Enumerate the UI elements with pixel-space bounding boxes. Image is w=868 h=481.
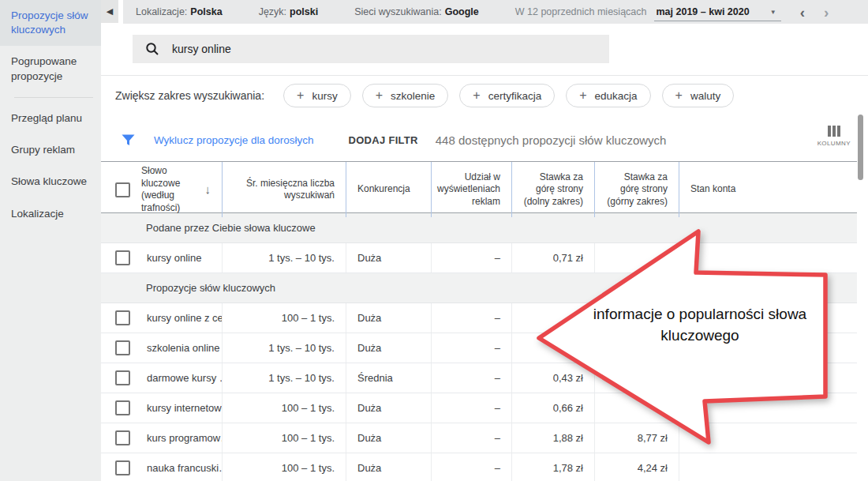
competition-header-cell[interactable]: Konkurencja [346, 162, 431, 217]
broaden-chip-certyfikacja[interactable]: +certyfikacja [459, 84, 555, 107]
setting-value: polski [290, 6, 318, 17]
vertical-scrollbar [858, 111, 864, 481]
keyword-cell: nauka francuski… [101, 453, 222, 481]
setting-value: Google [445, 6, 479, 17]
search-icon [145, 42, 159, 56]
table-row[interactable]: kursy online z ce…100 – 1 tys.Duża– [101, 303, 857, 333]
bid-high-cell [594, 393, 679, 423]
keyword-label: kursy internetowe [147, 402, 222, 414]
row-checkbox[interactable] [115, 250, 130, 265]
date-range-select[interactable]: maj 2019 – kwi 2020 ▼ [654, 3, 780, 21]
keyword-label: nauka francuski… [147, 462, 222, 474]
searches-header-cell[interactable]: Śr. miesięczna liczba wyszukiwań [222, 162, 346, 217]
table-row[interactable]: kursy online1 tys. – 10 tys.Duża–0,71 zł… [101, 243, 857, 273]
account-status-cell [679, 363, 857, 393]
bid-low-cell [511, 333, 594, 363]
ad-impression-share-cell: – [431, 243, 511, 272]
topbar-setting-1[interactable]: Lokalizacje:Polska [136, 6, 223, 17]
searches-cell: 1 tys. – 10 tys. [222, 363, 346, 393]
columns-icon [828, 126, 840, 137]
caret-down-icon: ▼ [770, 9, 776, 16]
scrollbar-thumb[interactable] [858, 115, 863, 180]
table-row[interactable]: nauka francuski…100 – 1 tys.Duża–1,78 zł… [101, 453, 857, 481]
ad-impression-share-cell: – [431, 423, 511, 453]
bid-low-cell [511, 303, 594, 333]
broaden-search-label: Zwiększ zakres wyszukiwania: [115, 89, 264, 102]
settings-topbar: Lokalizacje:PolskaJęzyk:polskiSieci wysz… [123, 0, 868, 24]
bid-low-cell: 1,78 zł [511, 453, 594, 481]
columns-label: KOLUMNY [817, 140, 851, 147]
keyword-label: darmowe kursy … [147, 372, 222, 384]
ad-impression-share-cell: – [431, 453, 511, 481]
setting-label: Lokalizacje: [136, 6, 187, 17]
topbar-setting-2[interactable]: Język:polski [259, 6, 319, 17]
next-month-button[interactable]: › [824, 5, 829, 20]
table-row[interactable]: szkolenia online1 tys. – 10 tys.Duża– [101, 333, 857, 363]
keyword-cell: kursy online z ce… [101, 303, 222, 333]
searches-cell: 100 – 1 tys. [222, 393, 346, 423]
account-status-header-cell[interactable]: Stan konta [679, 162, 857, 217]
topbar-setting-3[interactable]: Sieci wyszukiwania:Google [354, 6, 479, 17]
topbar-settings: Lokalizacje:PolskaJęzyk:polskiSieci wysz… [136, 6, 515, 17]
sidebar-divider [14, 97, 93, 98]
sidebar-item-2[interactable]: Pogrupowane propozycje [0, 46, 101, 92]
row-checkbox[interactable] [115, 460, 130, 475]
keyword-label: szkolenia online [147, 342, 220, 354]
ad-impression-share-cell: – [431, 363, 511, 393]
broaden-chip-szkolenie[interactable]: +szkolenie [362, 84, 449, 107]
plus-icon: + [376, 88, 383, 103]
row-checkbox[interactable] [115, 310, 130, 325]
row-checkbox[interactable] [115, 340, 130, 355]
row-checkbox[interactable] [115, 430, 130, 445]
searches-cell: 1 tys. – 10 tys. [222, 333, 346, 363]
plus-icon: + [297, 88, 304, 103]
table-row[interactable]: darmowe kursy …1 tys. – 10 tys.Średnia–0… [101, 363, 857, 393]
table-row[interactable]: kurs programow…100 – 1 tys.Duża–1,88 zł8… [101, 423, 857, 453]
broaden-chip-edukacja[interactable]: +edukacja [566, 84, 650, 107]
competition-cell: Duża [346, 393, 431, 423]
plus-icon: + [675, 88, 683, 103]
search-value: kursy online [172, 43, 231, 55]
collapse-panel-button[interactable]: ◀ [101, 0, 118, 23]
sidebar-item-3[interactable]: Przegląd planu [0, 103, 101, 134]
searches-cell: 100 – 1 tys. [222, 303, 346, 333]
table-section-header: Podane przez Ciebie słowa kluczowe [101, 213, 857, 243]
plus-icon: + [473, 88, 480, 103]
prev-month-button[interactable]: ‹ [800, 5, 805, 20]
columns-button[interactable]: KOLUMNY [817, 126, 851, 147]
top-of-page-bid-low-header-cell[interactable]: Stawka za górę strony (dolny zakres) [511, 162, 594, 217]
row-checkbox[interactable] [115, 370, 130, 385]
keyword-search-input[interactable]: kursy online [133, 35, 609, 63]
competition-cell: Duża [346, 453, 431, 481]
ad-impression-share-header-cell[interactable]: Udział w wyświetleniach reklam [431, 162, 511, 217]
sidebar-item-5[interactable]: Słowa kluczowe [0, 166, 101, 197]
date-range-label: W 12 poprzednich miesiącach [515, 6, 647, 17]
ad-impression-share-cell: – [431, 303, 511, 333]
broaden-search-row: Zwiększ zakres wyszukiwania: +kursy+szko… [115, 84, 745, 107]
chip-label: kursy [312, 90, 337, 102]
competition-cell: Duża [346, 423, 431, 453]
top-of-page-bid-high-header-cell[interactable]: Stawka za górę strony (górny zakres) [594, 162, 679, 217]
add-filter-button[interactable]: DODAJ FILTR [348, 134, 417, 146]
broaden-chip-waluty[interactable]: +waluty [662, 84, 735, 107]
sidebar: Propozycje słów kluczowychPogrupowane pr… [0, 0, 101, 481]
sidebar-item-6[interactable]: Lokalizacje [0, 198, 101, 230]
keyword-cell: kurs programow… [101, 423, 222, 453]
setting-label: Język: [259, 6, 286, 17]
sidebar-item-4[interactable]: Grupy reklam [0, 134, 101, 166]
broaden-chips: +kursy+szkolenie+certyfikacja+edukacja+w… [283, 84, 745, 107]
account-status-cell [679, 423, 857, 453]
sort-desc-icon[interactable]: ↓ [205, 182, 211, 197]
sidebar-item-1[interactable]: Propozycje słów kluczowych [0, 0, 101, 46]
account-status-cell [679, 303, 857, 333]
table-row[interactable]: kursy internetowe100 – 1 tys.Duża–0,66 z… [101, 393, 857, 423]
keyword-header-cell[interactable]: Słowo kluczowe (według trafności) ↓ [101, 162, 222, 217]
setting-label: Sieci wyszukiwania: [354, 6, 441, 17]
account-status-cell [679, 453, 857, 481]
setting-value: Polska [190, 6, 222, 17]
select-all-checkbox[interactable] [115, 182, 130, 197]
broaden-chip-kursy[interactable]: +kursy [283, 84, 351, 107]
date-range-value: maj 2019 – kwi 2020 [656, 6, 749, 17]
exclude-adult-ideas-link[interactable]: Wyklucz propozycje dla dorosłych [154, 134, 313, 146]
row-checkbox[interactable] [115, 400, 130, 415]
